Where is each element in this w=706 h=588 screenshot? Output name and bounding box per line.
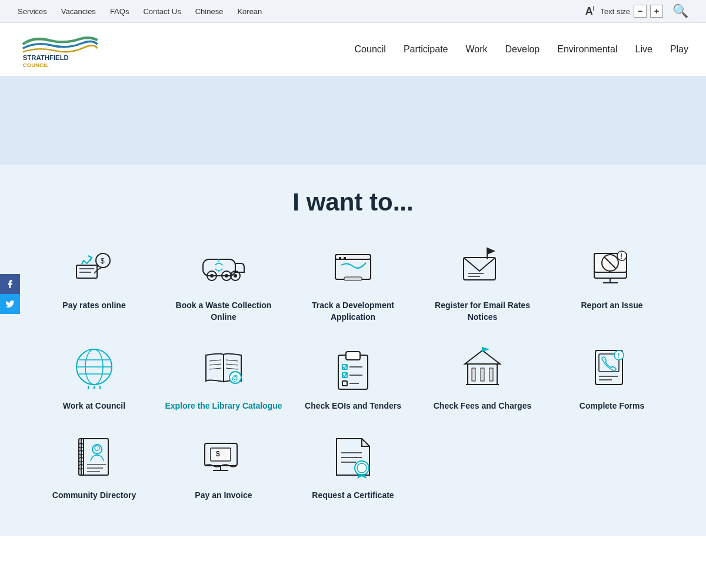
svg-rect-2 <box>76 265 97 278</box>
svg-rect-61 <box>489 368 493 381</box>
nav-council[interactable]: Council <box>355 44 386 55</box>
check-fees-label: Check Fees and Charges <box>434 400 532 412</box>
i-want-title: I want to... <box>35 188 671 216</box>
svg-text:!: ! <box>617 352 620 360</box>
community-dir-label: Community Directory <box>52 490 136 502</box>
svg-point-78 <box>95 446 99 450</box>
tile-check-fees[interactable]: Check Fees and Charges <box>424 340 541 412</box>
nav-participate[interactable]: Participate <box>404 44 448 55</box>
pay-rates-icon: $ <box>68 240 121 293</box>
svg-rect-50 <box>346 352 360 360</box>
korean-link[interactable]: Korean <box>237 7 262 16</box>
logo-area: STRATHFIELD COUNCIL <box>18 29 100 70</box>
nav-live[interactable]: Live <box>635 44 652 55</box>
search-button[interactable]: 🔍 <box>672 4 688 19</box>
text-size-label: Text size <box>600 7 630 16</box>
tile-check-eois[interactable]: Check EOIs and Tenders <box>294 340 412 412</box>
svg-line-45 <box>226 364 238 365</box>
svg-marker-58 <box>465 350 500 364</box>
library-label: Explore the Library Catalogue <box>165 400 282 412</box>
svg-text:!: ! <box>620 252 622 260</box>
track-dev-label: Track a Development Application <box>294 300 412 323</box>
tile-library[interactable]: @ Explore the Library Catalogue <box>165 340 282 412</box>
request-cert-label: Request a Certificate <box>312 490 394 502</box>
work-council-label: Work at Council <box>63 400 125 412</box>
pay-invoice-icon: $ <box>197 430 250 483</box>
pay-invoice-label: Pay an Invoice <box>195 490 252 502</box>
twitter-button[interactable] <box>0 294 20 314</box>
eois-label: Check EOIs and Tenders <box>305 400 401 412</box>
report-issue-label: Report an Issue <box>581 300 642 312</box>
increase-text-button[interactable]: + <box>650 5 663 18</box>
svg-text:STRATHFIELD: STRATHFIELD <box>23 54 69 61</box>
complete-forms-icon: ! <box>585 340 638 393</box>
faqs-link[interactable]: FAQs <box>110 7 129 16</box>
tile-complete-forms[interactable]: ! Complete Forms <box>553 340 671 412</box>
svg-rect-59 <box>472 368 475 381</box>
nav-links: Council Participate Work Develop Environ… <box>355 44 688 55</box>
svg-text:$: $ <box>101 257 105 265</box>
tile-register-email[interactable]: Register for Email Rates Notices <box>424 240 541 323</box>
nav-develop[interactable]: Develop <box>505 44 540 55</box>
text-size-controls: AI Text size − + <box>585 5 663 18</box>
text-size-icon: AI <box>585 5 595 18</box>
social-sidebar <box>0 274 20 314</box>
svg-line-42 <box>209 364 221 365</box>
main-nav: STRATHFIELD COUNCIL Council Participate … <box>0 23 706 76</box>
report-issue-icon: ! <box>585 240 638 293</box>
svg-rect-71 <box>81 439 108 475</box>
svg-rect-16 <box>339 257 341 259</box>
chinese-link[interactable]: Chinese <box>195 7 224 16</box>
nav-environmental[interactable]: Environmental <box>557 44 617 55</box>
waste-collection-icon <box>197 240 250 293</box>
book-waste-label: Book a Waste Collection Online <box>165 300 282 323</box>
utility-bar: Services Vacancies FAQs Contact Us Chine… <box>0 0 706 23</box>
svg-rect-60 <box>481 368 484 381</box>
decrease-text-button[interactable]: − <box>634 5 647 18</box>
svg-rect-18 <box>344 277 362 280</box>
library-icon: @ <box>197 340 250 393</box>
svg-point-13 <box>234 274 237 278</box>
strathfield-logo: STRATHFIELD COUNCIL <box>18 29 100 70</box>
svg-marker-21 <box>487 248 495 255</box>
email-rates-icon <box>456 240 509 293</box>
services-link[interactable]: Services <box>18 7 47 16</box>
work-council-icon <box>68 340 121 393</box>
svg-text:@: @ <box>232 374 239 382</box>
tile-pay-invoice[interactable]: $ Pay an Invoice <box>165 430 282 502</box>
community-dir-icon <box>68 430 121 483</box>
vacancies-link[interactable]: Vacancies <box>61 7 96 16</box>
tile-request-cert[interactable]: Request a Certificate <box>294 430 412 502</box>
nav-work[interactable]: Work <box>465 44 487 55</box>
contact-link[interactable]: Contact Us <box>143 7 181 16</box>
svg-point-11 <box>225 274 228 278</box>
complete-forms-label: Complete Forms <box>580 400 644 412</box>
tile-book-waste[interactable]: Book a Waste Collection Online <box>165 240 282 323</box>
tile-pay-rates[interactable]: $ Pay rates online <box>35 240 153 323</box>
nav-play[interactable]: Play <box>670 44 688 55</box>
svg-line-41 <box>209 360 221 361</box>
tile-report-issue[interactable]: ! Report an Issue <box>553 240 671 323</box>
eois-icon <box>327 340 379 393</box>
fees-icon <box>456 340 509 393</box>
svg-text:$: $ <box>216 450 220 458</box>
svg-rect-85 <box>211 448 231 461</box>
tiles-grid: $ Pay rates online <box>35 240 671 501</box>
svg-rect-55 <box>342 381 347 386</box>
svg-line-46 <box>226 368 238 369</box>
hero-banner <box>0 76 706 165</box>
facebook-button[interactable] <box>0 274 20 294</box>
i-want-section: I want to... $ Pay rates online <box>0 165 706 536</box>
svg-text:COUNCIL: COUNCIL <box>23 62 49 68</box>
request-cert-icon <box>327 430 379 483</box>
tile-track-dev[interactable]: Track a Development Application <box>294 240 412 323</box>
svg-rect-17 <box>344 257 346 259</box>
register-email-label: Register for Email Rates Notices <box>424 300 541 323</box>
tile-community-dir[interactable]: Community Directory <box>35 430 153 502</box>
track-dev-icon <box>327 240 379 293</box>
svg-point-9 <box>210 274 214 278</box>
tile-work-council[interactable]: Work at Council <box>35 340 153 412</box>
svg-line-44 <box>226 360 238 361</box>
svg-line-43 <box>209 368 221 369</box>
pay-rates-label: Pay rates online <box>62 300 125 312</box>
